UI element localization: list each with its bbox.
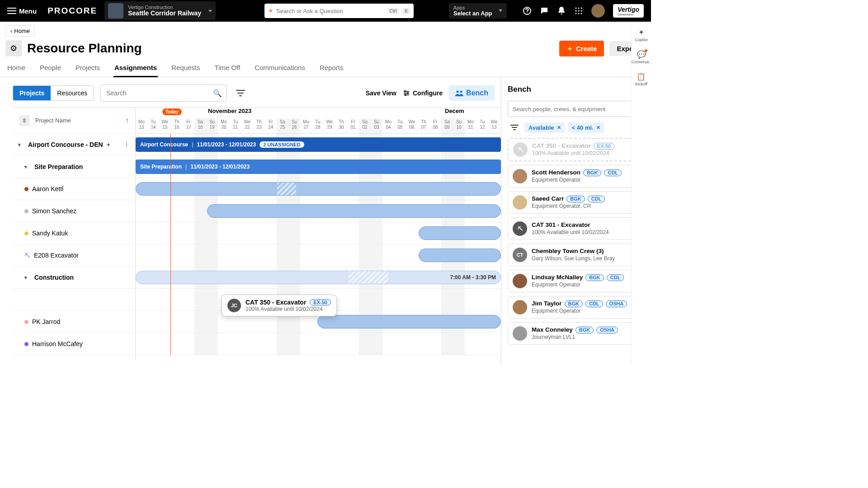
day-header: Today Mo13Tu14We15Th16Fr17Sa18Su19Mo20Tu… — [136, 118, 501, 134]
help-icon[interactable] — [523, 6, 532, 15]
save-view-button[interactable]: Save View — [366, 89, 396, 97]
procore-logo[interactable]: PROCORE — [47, 6, 97, 16]
project-switcher[interactable]: Vertigo Construction Seattle Corridor Ra… — [104, 1, 216, 20]
filter-chip-distance[interactable]: < 40 mi.✕ — [568, 122, 604, 133]
assignment-bar[interactable] — [317, 315, 501, 328]
global-search-input[interactable] — [276, 8, 384, 14]
project-thumb — [108, 3, 123, 19]
gantt-row[interactable]: ⛏E208 Excavator — [13, 244, 135, 267]
gantt-row[interactable] — [13, 289, 135, 311]
tab-time-off[interactable]: Time Off — [214, 60, 241, 77]
gantt-row[interactable]: Sandy Katuk — [13, 222, 135, 244]
category-bar[interactable]: 7:00 AM - 3:30 PM — [136, 271, 501, 284]
global-search[interactable]: ✦ Ctrl K — [264, 4, 414, 18]
filter-icon[interactable] — [508, 122, 521, 133]
timeline-row[interactable]: 7:00 AM - 3:30 PM — [136, 267, 501, 289]
timeline-row[interactable] — [136, 200, 501, 222]
gantt-timeline[interactable]: November 2023Decem Today Mo13Tu14We15Th1… — [136, 108, 501, 360]
bench-search[interactable]: 🔍 — [508, 101, 645, 117]
gantt-row[interactable]: PK Jarrod — [13, 311, 135, 333]
tab-communications[interactable]: Communications — [254, 60, 306, 77]
svg-point-17 — [404, 91, 406, 92]
remove-icon[interactable]: ✕ — [596, 125, 600, 131]
bench-card[interactable]: Jim TaylorBGKCDLOSHAEquipment Operator — [508, 296, 645, 319]
bell-icon[interactable] — [557, 6, 566, 15]
plus-icon: ＋ — [566, 44, 573, 53]
timeline-row[interactable] — [136, 333, 501, 355]
chat-icon[interactable] — [540, 6, 549, 15]
assignment-bar[interactable] — [207, 204, 501, 218]
rail-kickoff[interactable]: 📋 Kickoff — [635, 72, 647, 86]
menu-button[interactable]: Menu — [4, 5, 40, 17]
tab-projects[interactable]: Projects — [75, 60, 101, 77]
assignment-bar[interactable] — [419, 226, 501, 240]
apps-selector[interactable]: Apps Select an App — [449, 3, 506, 19]
timeline-row[interactable] — [136, 244, 501, 267]
month-header: November 2023Decem — [136, 108, 501, 118]
day-cell: Tu14 — [147, 118, 159, 133]
timeline-row[interactable] — [136, 222, 501, 244]
gantt-row[interactable]: Simon Sanchez — [13, 200, 135, 222]
category-bar[interactable]: Site Preparation|11/01/2023 - 12/01/2023 — [136, 160, 501, 174]
bench-card[interactable]: Lindsay McNalleyBGKCDLEquipment Operator — [508, 270, 645, 292]
tag-pill: BGK — [566, 196, 585, 203]
kbd-k: K — [402, 8, 410, 14]
tab-home[interactable]: Home — [6, 60, 26, 77]
bench-card-sub: 100% Available until 10/02/2024 — [532, 229, 640, 236]
breadcrumb-home[interactable]: ‹ Home — [5, 25, 35, 37]
seg-projects[interactable]: Projects — [13, 86, 51, 100]
create-button[interactable]: ＋ Create — [559, 41, 604, 56]
tab-people[interactable]: People — [39, 60, 62, 77]
bench-card[interactable]: Scott HendersonBGKCDLEquipment Operator — [508, 165, 645, 188]
bench-search-input[interactable] — [508, 106, 626, 113]
bench-card[interactable]: ⛏CAT 301 - Excavator100% Available until… — [508, 217, 645, 240]
collapse-all-icon[interactable]: ⇳ — [19, 115, 30, 126]
more-icon[interactable]: ⋮ — [123, 141, 130, 148]
settings-icon[interactable]: ⚙ — [5, 40, 22, 56]
gantt-row[interactable]: ▾Airport Concourse - DEN +⋮ — [13, 134, 135, 156]
gantt-row[interactable]: Aaron Kettl — [13, 178, 135, 200]
bench-card[interactable]: Max ConneleyBGKOSHAJourneyman LVL1 — [508, 322, 645, 345]
gantt-row[interactable]: ▾Construction — [13, 267, 135, 289]
rail-copilot[interactable]: ✦ Copilot — [635, 28, 647, 42]
drag-chip[interactable]: JC CAT 350 - Excavator EX-50 100% Availa… — [222, 295, 337, 316]
project-bar[interactable]: Airport Concourse|11/01/2023 - 12/01/202… — [136, 137, 501, 152]
assignment-bar[interactable] — [136, 182, 501, 196]
timeline-row[interactable] — [136, 178, 501, 200]
user-avatar[interactable] — [591, 4, 605, 18]
chevron-down-icon[interactable]: ▾ — [24, 275, 31, 281]
gantt-row[interactable]: Harrison McCafey — [13, 333, 135, 355]
chevron-down-icon[interactable]: ▾ — [18, 142, 24, 148]
drag-chip-avatar: JC — [227, 299, 241, 312]
gantt-row[interactable]: ▾Site Preparation — [13, 156, 135, 178]
bench-card-ghost[interactable]: ⛏ CAT 350 - Excavator EX-50 100% Availab… — [508, 138, 645, 161]
gantt-search[interactable]: 🔍 — [100, 84, 227, 102]
bench-card[interactable]: Saeed CarrBGKCDLEquipment Operator, CR — [508, 191, 645, 214]
tab-assignments[interactable]: Assignments — [113, 60, 158, 77]
bench-button[interactable]: Bench — [449, 85, 495, 101]
seg-resources[interactable]: Resources — [51, 86, 94, 100]
tab-requests[interactable]: Requests — [170, 60, 201, 77]
apps-grid-icon[interactable] — [574, 6, 583, 15]
rail-conversations[interactable]: 💬 Conversa.. — [632, 50, 651, 64]
gantt-search-input[interactable] — [101, 89, 208, 97]
timeline-row[interactable]: Site Preparation|11/01/2023 - 12/01/2023 — [136, 156, 501, 178]
configure-button[interactable]: Configure — [403, 89, 443, 97]
filter-icon[interactable] — [233, 87, 248, 99]
chevron-down-icon[interactable]: ▾ — [24, 164, 31, 170]
bench-card-name: CAT 350 - Excavator — [532, 142, 591, 150]
tag-pill: BGK — [576, 327, 594, 334]
unassigned-pill[interactable]: 2 UNASSIGNED — [259, 141, 304, 148]
day-cell: Mo13 — [136, 118, 147, 133]
remove-icon[interactable]: ✕ — [557, 125, 561, 131]
add-icon[interactable]: + — [107, 141, 110, 148]
sort-arrow-icon[interactable]: ↑ — [125, 117, 129, 125]
filter-chip-available[interactable]: Available✕ — [525, 122, 565, 133]
column-title: Project Name — [35, 117, 120, 124]
search-icon[interactable]: 🔍 — [208, 89, 226, 98]
timeline-row[interactable]: Airport Concourse|11/01/2023 - 12/01/202… — [136, 134, 501, 156]
bench-card[interactable]: CTChembley Town Crew (3)Gary Wilson, Sue… — [508, 244, 645, 266]
day-cell: Sa25 — [277, 118, 288, 133]
tab-reports[interactable]: Reports — [319, 60, 344, 77]
assignment-bar[interactable] — [419, 249, 501, 262]
